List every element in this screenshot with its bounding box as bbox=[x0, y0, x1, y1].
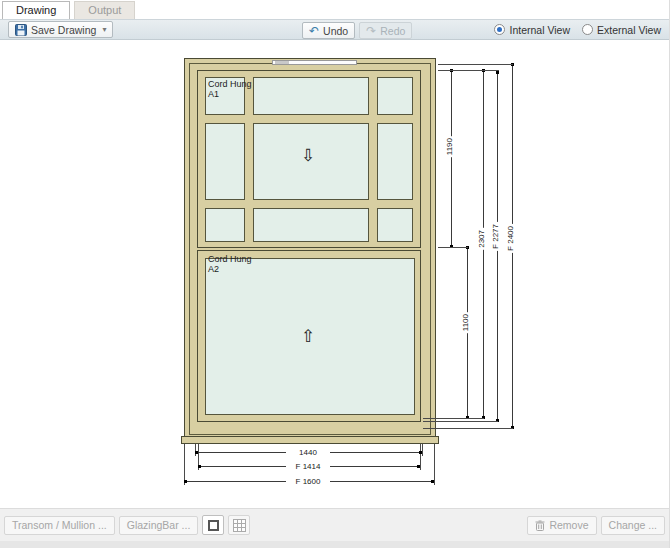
view-toggle-group: Internal View External View bbox=[494, 24, 661, 36]
glass-pane[interactable] bbox=[253, 77, 369, 115]
external-view-option[interactable]: External View bbox=[582, 24, 661, 36]
undo-icon: ↶ bbox=[309, 25, 319, 37]
save-drawing-label: Save Drawing bbox=[31, 24, 96, 36]
extension-line bbox=[184, 444, 185, 485]
bottom-right-actions: Remove Change ... bbox=[527, 516, 665, 535]
remove-label: Remove bbox=[549, 519, 588, 531]
slide-up-arrow-icon: ⇧ bbox=[301, 328, 315, 345]
transom-mullion-label: Transom / Mullion ... bbox=[12, 519, 107, 531]
app-window: Drawing Output Save Drawing ▾ ↶ Undo ↷ R… bbox=[0, 0, 670, 548]
glass-pane[interactable] bbox=[377, 123, 413, 200]
vent-slider bbox=[275, 61, 289, 64]
plain-square-icon bbox=[208, 520, 219, 531]
extension-line bbox=[438, 247, 468, 248]
internal-view-option[interactable]: Internal View bbox=[494, 24, 570, 36]
extension-line bbox=[195, 444, 196, 456]
dim-label-top-sash-height: 1190 bbox=[445, 136, 454, 157]
dim-label-inner-width: 1440 bbox=[286, 448, 330, 457]
slide-down-arrow-icon: ⇩ bbox=[301, 147, 315, 164]
glass-pane[interactable] bbox=[205, 208, 245, 242]
transom-mullion-button[interactable]: Transom / Mullion ... bbox=[4, 516, 115, 535]
bottom-toolbar: Transom / Mullion ... GlazingBar ... Rem… bbox=[0, 508, 669, 541]
extension-line bbox=[423, 418, 484, 419]
change-label: Change ... bbox=[609, 519, 657, 531]
extension-line bbox=[423, 421, 498, 422]
undo-redo-group: ↶ Undo ↷ Redo bbox=[302, 22, 412, 39]
grid-glazing-option-button[interactable] bbox=[228, 515, 250, 535]
tab-drawing[interactable]: Drawing bbox=[2, 1, 70, 19]
drawing-canvas[interactable]: Cord Hung A1 Cord Hung A2 ⇩ ⇧ 1190 1100 … bbox=[0, 40, 670, 508]
save-drawing-button[interactable]: Save Drawing ▾ bbox=[8, 21, 113, 38]
dim-label-bottom-sash-height: 1100 bbox=[461, 312, 470, 333]
save-dropdown-caret-icon: ▾ bbox=[102, 25, 106, 34]
undo-button[interactable]: ↶ Undo bbox=[302, 22, 355, 39]
dim-label-fixed-height: F 2277 bbox=[491, 222, 500, 251]
window-sill[interactable] bbox=[181, 436, 439, 444]
redo-button[interactable]: ↷ Redo bbox=[359, 22, 412, 39]
glazingbar-label: GlazingBar ... bbox=[127, 519, 191, 531]
plain-glass-option-button[interactable] bbox=[202, 515, 224, 535]
dim-label-fixed-width: F 1414 bbox=[286, 462, 330, 471]
dim-line-top-sash-height bbox=[451, 70, 452, 247]
extension-line bbox=[438, 70, 499, 71]
trash-icon bbox=[535, 520, 545, 531]
redo-label: Redo bbox=[380, 25, 405, 37]
dim-label-overall-width: F 1600 bbox=[286, 477, 330, 486]
tab-bar: Drawing Output bbox=[0, 0, 669, 19]
sash-a2-label: Cord Hung A2 bbox=[208, 254, 252, 274]
external-view-label: External View bbox=[597, 24, 661, 36]
glazingbar-button[interactable]: GlazingBar ... bbox=[119, 516, 199, 535]
dim-label-frame-height: 2307 bbox=[477, 228, 486, 250]
extension-line bbox=[434, 444, 435, 485]
main-toolbar: Save Drawing ▾ ↶ Undo ↷ Redo Internal Vi… bbox=[0, 19, 669, 40]
change-button[interactable]: Change ... bbox=[601, 516, 665, 535]
extension-line bbox=[422, 444, 423, 456]
extension-line bbox=[438, 64, 513, 65]
dim-label-overall-height: F 2400 bbox=[506, 224, 515, 253]
glass-pane[interactable] bbox=[205, 123, 245, 200]
remove-button[interactable]: Remove bbox=[527, 516, 596, 535]
undo-label: Undo bbox=[323, 25, 348, 37]
extension-line bbox=[423, 428, 513, 429]
save-icon bbox=[15, 24, 27, 36]
internal-view-label: Internal View bbox=[509, 24, 570, 36]
extension-line bbox=[420, 444, 421, 470]
glass-pane[interactable] bbox=[253, 208, 369, 242]
trickle-vent[interactable] bbox=[272, 60, 357, 65]
external-view-radio[interactable] bbox=[582, 24, 593, 35]
redo-icon: ↷ bbox=[366, 25, 376, 37]
internal-view-radio[interactable] bbox=[494, 24, 505, 35]
glass-pane[interactable] bbox=[377, 77, 413, 115]
sash-a1-label: Cord Hung A1 bbox=[208, 79, 252, 99]
tab-output[interactable]: Output bbox=[74, 1, 135, 19]
glass-pane[interactable] bbox=[377, 208, 413, 242]
grid-icon bbox=[233, 519, 246, 532]
